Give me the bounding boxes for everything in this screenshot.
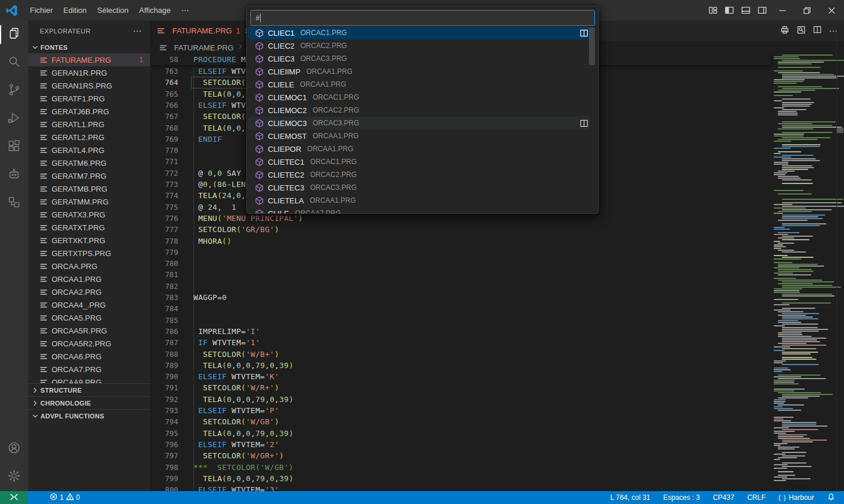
status-indentation[interactable]: Espaces : 3 bbox=[659, 491, 704, 504]
file-item-orcaa7-prg[interactable]: ORCAA7.PRG bbox=[28, 363, 150, 376]
quickopen-item-cliec1[interactable]: CLIEC1ORCAC1.PRG bbox=[248, 26, 590, 39]
file-item-orcaa2-prg[interactable]: ORCAA2.PRG bbox=[28, 285, 150, 298]
code-line-782[interactable]: 782 bbox=[150, 281, 765, 292]
activitybar-extensions[interactable] bbox=[0, 133, 28, 161]
minimize-button[interactable] bbox=[770, 0, 795, 21]
section-structure[interactable]: STRUCTURE bbox=[28, 383, 150, 396]
minimap[interactable] bbox=[771, 53, 837, 488]
quickopen-item-clietela[interactable]: CLIETELAORCAA1.PRG bbox=[248, 194, 590, 207]
code-line-795[interactable]: 795 TELA(0,0,0,79,0,39) bbox=[150, 428, 765, 439]
code-line-778[interactable]: 778 MHORA() bbox=[150, 236, 765, 247]
file-item-geratl1-prg[interactable]: GERATL1.PRG bbox=[28, 118, 150, 131]
code-line-780[interactable]: 780 bbox=[150, 258, 765, 269]
quickopen-item-clile[interactable]: CLILEORCAA7.PRG bbox=[248, 207, 590, 213]
status-encoding[interactable]: CP437 bbox=[709, 491, 738, 504]
menu-affichage[interactable]: Affichage bbox=[134, 0, 176, 21]
code-line-791[interactable]: 791 SETCOLOR('W/R+') bbox=[150, 382, 765, 393]
file-item-geran1r-prg[interactable]: GERAN1R.PRG bbox=[28, 66, 150, 79]
status-cursor-position[interactable]: L 764, col 31 bbox=[606, 491, 654, 504]
file-item-geratmb-prg[interactable]: GERATMB.PRG bbox=[28, 182, 150, 195]
menu-fichier[interactable]: Fichier bbox=[25, 0, 58, 21]
section-fontes[interactable]: FONTES bbox=[28, 41, 150, 54]
quickopen-item-cliemoc1[interactable]: CLIEMOC1ORCAC1.PRG bbox=[248, 91, 590, 104]
scrollbar-slider[interactable] bbox=[837, 128, 843, 133]
activitybar-source-control[interactable] bbox=[0, 77, 28, 105]
file-item-geratl4-prg[interactable]: GERATL4.PRG bbox=[28, 144, 150, 156]
code-line-784[interactable]: 784 bbox=[150, 303, 765, 314]
quickopen-item-clieiimp[interactable]: CLIEIIMPORCAA1.PRG bbox=[248, 65, 590, 78]
file-item-geratmm-prg[interactable]: GERATMM.PRG bbox=[28, 195, 150, 208]
file-item-orcaa6-prg[interactable]: ORCAA6.PRG bbox=[28, 350, 150, 363]
file-item-orcaa5-prg[interactable]: ORCAA5.PRG bbox=[28, 311, 150, 324]
code-line-794[interactable]: 794 SETCOLOR('W/GB') bbox=[150, 416, 765, 427]
file-item-geratm6-prg[interactable]: GERATM6.PRG bbox=[28, 156, 150, 169]
activitybar-account[interactable] bbox=[0, 435, 28, 463]
code-line-797[interactable]: 797 SETCOLOR('W/GR+') bbox=[150, 450, 765, 461]
code-line-787[interactable]: 787 IF WTVTEM='1' bbox=[150, 337, 765, 348]
file-item-orcaa5r2-prg[interactable]: ORCAA5R2.PRG bbox=[28, 337, 150, 350]
file-item-orcaa4-prg[interactable]: ORCAA4_.PRG bbox=[28, 298, 150, 311]
code-line-798[interactable]: 798*** SETCOLOR('W/GB') bbox=[150, 462, 765, 473]
quickopen-item-cliemoc3[interactable]: CLIEMOC3ORCAC3.PRG bbox=[248, 117, 590, 130]
open-to-side-icon[interactable] bbox=[580, 119, 590, 128]
section-chronologie[interactable]: CHRONOLOGIE bbox=[28, 396, 150, 409]
code-line-799[interactable]: 799 TELA(0,0,0,79,0,39) bbox=[150, 473, 765, 484]
quick-open-input[interactable]: # bbox=[250, 10, 595, 26]
menu-more[interactable]: ⋯ bbox=[176, 0, 194, 21]
file-item-geratf1-prg[interactable]: GERATF1.PRG bbox=[28, 92, 150, 105]
code-line-796[interactable]: 796 ELSEIF WTVTEM='2' bbox=[150, 439, 765, 450]
code-line-779[interactable]: 779 bbox=[150, 247, 765, 258]
code-line-792[interactable]: 792 TELA(0,0,0,79,0,39) bbox=[150, 394, 765, 405]
menu-s-lection[interactable]: Sélection bbox=[92, 0, 134, 21]
activitybar-chat[interactable] bbox=[0, 161, 28, 189]
status-problems[interactable]: 1 0 bbox=[46, 491, 84, 504]
file-item-faturame-prg[interactable]: FATURAME.PRG1 bbox=[28, 53, 150, 66]
activitybar-settings[interactable] bbox=[0, 463, 28, 491]
activitybar-remote-explorer[interactable] bbox=[0, 189, 28, 217]
quickopen-item-clietec3[interactable]: CLIETEC3ORCAC3.PRG bbox=[248, 181, 590, 194]
toggle-primary-sidebar-icon[interactable] bbox=[721, 0, 737, 21]
file-item-orcaa-prg[interactable]: ORCAA.PRG bbox=[28, 260, 150, 273]
file-item-gertxtps-prg[interactable]: GERTXTPS.PRG bbox=[28, 247, 150, 260]
file-item-geratx3-prg[interactable]: GERATX3.PRG bbox=[28, 208, 150, 221]
sidebar-more-actions-icon[interactable]: ⋯ bbox=[133, 28, 142, 34]
code-line-788[interactable]: 788 SETCOLOR('W/B+') bbox=[150, 349, 765, 360]
customize-layout-icon[interactable] bbox=[705, 0, 721, 21]
quickopen-item-cliemoc2[interactable]: CLIEMOC2ORCAC2.PRG bbox=[248, 104, 590, 117]
code-line-783[interactable]: 783WAGGP=0 bbox=[150, 292, 765, 303]
quickopen-item-clietec2[interactable]: CLIETEC2ORCAC2.PRG bbox=[248, 168, 590, 181]
toggle-panel-icon[interactable] bbox=[737, 0, 754, 21]
quickopen-item-cliepor[interactable]: CLIEPORORCAA1.PRG bbox=[248, 142, 590, 155]
status-eol[interactable]: CRLF bbox=[743, 491, 770, 504]
editor-scrollbar[interactable] bbox=[836, 21, 844, 491]
file-item-orcaa1-prg[interactable]: ORCAA1.PRG bbox=[28, 273, 150, 285]
code-line-793[interactable]: 793 ELSEIF WTVTEM='P' bbox=[150, 405, 765, 416]
activitybar-run-and-debug[interactable] bbox=[0, 105, 28, 133]
file-item-geran1rs-prg[interactable]: GERAN1RS.PRG bbox=[28, 79, 150, 92]
quickopen-item-clietec1[interactable]: CLIETEC1ORCAC1.PRG bbox=[248, 155, 590, 168]
quickopen-item-cliec2[interactable]: CLIEC2ORCAC2.PRG bbox=[248, 39, 590, 52]
menu-edition[interactable]: Edition bbox=[58, 0, 92, 21]
code-line-777[interactable]: 777 SETCOLOR('GR/BG') bbox=[150, 224, 765, 235]
code-line-781[interactable]: 781 bbox=[150, 269, 765, 280]
quickopen-item-cliemost[interactable]: CLIEMOSTORCAA1.PRG bbox=[248, 130, 590, 142]
status-language-mode[interactable]: { }Harbour bbox=[774, 491, 818, 504]
code-line-786[interactable]: 786 IMPRELIMP='I' bbox=[150, 326, 765, 337]
section-advpl-functions[interactable]: ADVPL FUNCTIONS bbox=[28, 409, 150, 422]
file-item-orcaa5r-prg[interactable]: ORCAA5R.PRG bbox=[28, 324, 150, 337]
code-line-789[interactable]: 789 TELA(0,0,0,79,0,39) bbox=[150, 360, 765, 371]
activitybar-search[interactable] bbox=[0, 49, 28, 77]
code-line-790[interactable]: 790 ELSEIF WTVTEM='K' bbox=[150, 371, 765, 382]
quickopen-item-cliec3[interactable]: CLIEC3ORCAC3.PRG bbox=[248, 52, 590, 65]
activitybar-explorer[interactable] bbox=[0, 21, 28, 49]
quick-open-scrollbar[interactable] bbox=[589, 28, 595, 65]
file-item-geratj6b-prg[interactable]: GERATJ6B.PRG bbox=[28, 105, 150, 118]
status-notifications[interactable] bbox=[823, 491, 839, 504]
file-item-geratm7-prg[interactable]: GERATM7.PRG bbox=[28, 169, 150, 182]
code-line-776[interactable]: 776 MENU('MENU PRINCIPAL') bbox=[150, 213, 765, 224]
close-button[interactable] bbox=[819, 0, 844, 21]
file-item-geratl2-prg[interactable]: GERATL2.PRG bbox=[28, 131, 150, 144]
toggle-secondary-sidebar-icon[interactable] bbox=[754, 0, 770, 21]
file-item-geratxt-prg[interactable]: GERATXT.PRG bbox=[28, 221, 150, 234]
file-item-gertxkt-prg[interactable]: GERTXKT.PRG bbox=[28, 234, 150, 247]
